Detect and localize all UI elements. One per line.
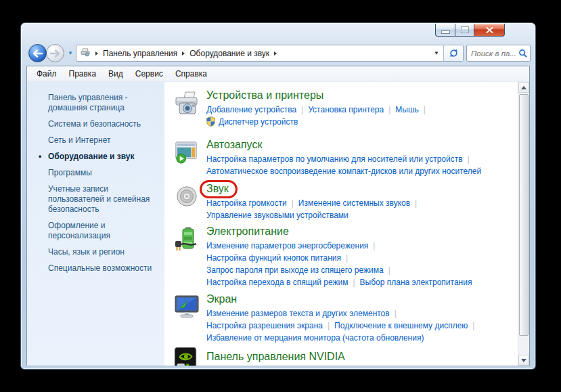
search-icon[interactable] bbox=[516, 49, 530, 58]
sidebar-item-ease-of-access[interactable]: Специальные возможности bbox=[48, 263, 158, 274]
minimize-icon bbox=[442, 31, 449, 33]
autoplay-icon[interactable] bbox=[174, 139, 201, 167]
section-title-devices-printers[interactable]: Устройства и принтеры bbox=[206, 89, 323, 102]
breadcrumb-item-0[interactable]: Панель управления bbox=[103, 49, 177, 58]
sidebar-item-network-internet[interactable]: Сеть и Интернет bbox=[48, 135, 158, 146]
task-link[interactable]: Автоматическое воспроизведение компакт-д… bbox=[206, 167, 481, 176]
task-link[interactable]: Установка принтера bbox=[308, 105, 384, 114]
section-body: ЭкранИзменение размеров текста и других … bbox=[206, 293, 518, 344]
task-link[interactable]: Изменение параметров энергосбережения bbox=[206, 241, 368, 251]
close-button[interactable] bbox=[474, 24, 505, 37]
control-panel-icon[interactable] bbox=[80, 48, 91, 59]
menu-item-view[interactable]: Вид bbox=[102, 67, 129, 81]
sidebar-item-label: Панель управления - домашняя страница bbox=[48, 93, 128, 112]
sound-icon[interactable] bbox=[174, 183, 201, 211]
sidebar-item-label: Оборудование и звук bbox=[48, 152, 135, 161]
link-line: Запрос пароля при выходе из спящего режи… bbox=[206, 264, 518, 276]
minimize-button[interactable] bbox=[435, 24, 455, 37]
sidebar-item-programs[interactable]: Программы bbox=[48, 168, 158, 178]
section-title-sound[interactable]: Звук bbox=[206, 183, 229, 195]
search-input[interactable] bbox=[467, 49, 516, 58]
task-link[interactable]: Настройка разрешения экрана bbox=[206, 321, 323, 330]
forward-button[interactable] bbox=[46, 44, 64, 62]
section-body: Устройства и принтерыДобавление устройст… bbox=[206, 89, 518, 130]
main-content: Устройства и принтерыДобавление устройст… bbox=[164, 82, 518, 366]
sidebar-item-system-security[interactable]: Система и безопасность bbox=[48, 119, 158, 129]
link-line: Добавление устройства|Установка принтера… bbox=[206, 104, 518, 116]
sidebar-item-user-accounts[interactable]: Учетные записи пользователей и семейная … bbox=[48, 184, 158, 215]
power-icon[interactable] bbox=[174, 226, 201, 253]
task-link[interactable]: Настройка параметров по умолчанию для но… bbox=[206, 154, 463, 164]
scrollbar-thumb[interactable] bbox=[519, 94, 529, 336]
task-link[interactable]: Управление звуковыми устройствами bbox=[206, 211, 349, 220]
task-link[interactable]: Изменение системных звуков bbox=[298, 198, 410, 208]
triangle-down-icon bbox=[521, 359, 526, 362]
refresh-button[interactable] bbox=[443, 45, 463, 61]
task-link[interactable]: Мышь bbox=[395, 105, 419, 114]
task-link[interactable]: Настройка громкости bbox=[206, 198, 287, 208]
sidebar-item-label: Специальные возможности bbox=[48, 263, 152, 273]
client-area: ФайлПравкаВидСервисСправка Панель управл… bbox=[26, 66, 530, 366]
scroll-up-button[interactable] bbox=[518, 82, 529, 93]
forward-arrow-icon bbox=[49, 49, 61, 58]
sidebar-item-label: Программы bbox=[48, 168, 92, 177]
display-icon[interactable] bbox=[174, 294, 201, 321]
nvidia-icon[interactable] bbox=[174, 347, 201, 366]
crumb-arrow-icon[interactable] bbox=[182, 51, 185, 56]
link-line: Управление звуковыми устройствами bbox=[206, 209, 518, 221]
task-link[interactable]: Выбор плана электропитания bbox=[360, 278, 472, 287]
recent-pages-chevron-icon[interactable]: ▼ bbox=[68, 50, 73, 56]
link-separator: | bbox=[468, 154, 470, 164]
section-power-options: ЭлектропитаниеИзменение параметров энерг… bbox=[174, 225, 518, 288]
menu-item-tools[interactable]: Сервис bbox=[129, 67, 169, 81]
link-separator: | bbox=[328, 321, 330, 330]
sidebar-item-label: Часы, язык и регион bbox=[48, 247, 125, 257]
link-line: Избавление от мерцания монитора (частота… bbox=[206, 332, 518, 344]
section-title-autoplay[interactable]: Автозапуск bbox=[206, 139, 262, 151]
sidebar-item-appearance-personalization[interactable]: Оформление и персонализация bbox=[48, 221, 158, 241]
crumb-arrow-icon[interactable] bbox=[95, 51, 98, 56]
section-title-nvidia-control-panel[interactable]: Панель управления NVIDIA bbox=[206, 351, 345, 363]
task-link[interactable]: Запрос пароля при выходе из спящего режи… bbox=[206, 265, 384, 275]
sidebar-item-home[interactable]: Панель управления - домашняя страница bbox=[48, 93, 158, 113]
menu-bar: ФайлПравкаВидСервисСправка bbox=[27, 66, 529, 82]
breadcrumb-item-1[interactable]: Оборудование и звук bbox=[189, 49, 269, 58]
section-title-display[interactable]: Экран bbox=[206, 293, 237, 305]
link-line: Настройка громкости|Изменение системных … bbox=[206, 197, 518, 209]
link-separator: | bbox=[424, 105, 426, 114]
maximize-button[interactable] bbox=[455, 24, 474, 37]
task-link[interactable]: Настройка перехода в спящий режим bbox=[206, 278, 348, 287]
task-link[interactable]: Добавление устройства bbox=[206, 105, 296, 114]
link-separator: | bbox=[395, 309, 397, 318]
link-separator: | bbox=[472, 321, 474, 330]
task-link[interactable]: Избавление от мерцания монитора (частота… bbox=[206, 333, 424, 343]
address-dropdown-button[interactable]: ▼ bbox=[430, 45, 443, 61]
devices-printers-icon[interactable] bbox=[174, 90, 201, 117]
chevron-down-icon: ▼ bbox=[434, 50, 439, 56]
scroll-down-button[interactable] bbox=[518, 355, 529, 366]
breadcrumb: Панель управленияОборудование и звук bbox=[76, 45, 430, 61]
control-panel-window: ▼ Панель управленияОборудование и звук ▼… bbox=[20, 22, 536, 370]
task-link[interactable]: Подключение к внешнему дисплею bbox=[334, 321, 468, 330]
window-controls bbox=[435, 24, 505, 37]
section-display: ЭкранИзменение размеров текста и других … bbox=[174, 293, 518, 344]
refresh-icon bbox=[449, 48, 459, 58]
menu-item-edit[interactable]: Правка bbox=[63, 67, 103, 81]
sidebar-item-hardware-sound[interactable]: •Оборудование и звук bbox=[48, 152, 158, 162]
task-link[interactable]: Настройка функций кнопок питания bbox=[206, 253, 341, 263]
maximize-icon bbox=[462, 27, 468, 32]
link-separator: | bbox=[388, 265, 390, 275]
section-body: ЭлектропитаниеИзменение параметров энерг… bbox=[206, 225, 518, 288]
link-separator: | bbox=[388, 105, 390, 114]
menu-item-help[interactable]: Справка bbox=[169, 67, 213, 81]
task-link[interactable]: Диспетчер устройств bbox=[219, 117, 298, 127]
vertical-scrollbar[interactable] bbox=[518, 82, 529, 366]
back-button[interactable] bbox=[28, 44, 47, 62]
task-link[interactable]: Изменение размеров текста и других элеме… bbox=[206, 309, 390, 318]
navigation-bar: ▼ Панель управленияОборудование и звук ▼ bbox=[27, 43, 531, 64]
menu-item-file[interactable]: Файл bbox=[30, 67, 63, 81]
link-separator: | bbox=[301, 105, 303, 114]
section-title-power-options[interactable]: Электропитание bbox=[206, 225, 289, 238]
sidebar-item-clock-language-region[interactable]: Часы, язык и регион bbox=[48, 247, 158, 257]
crumb-arrow-icon[interactable] bbox=[274, 51, 277, 56]
